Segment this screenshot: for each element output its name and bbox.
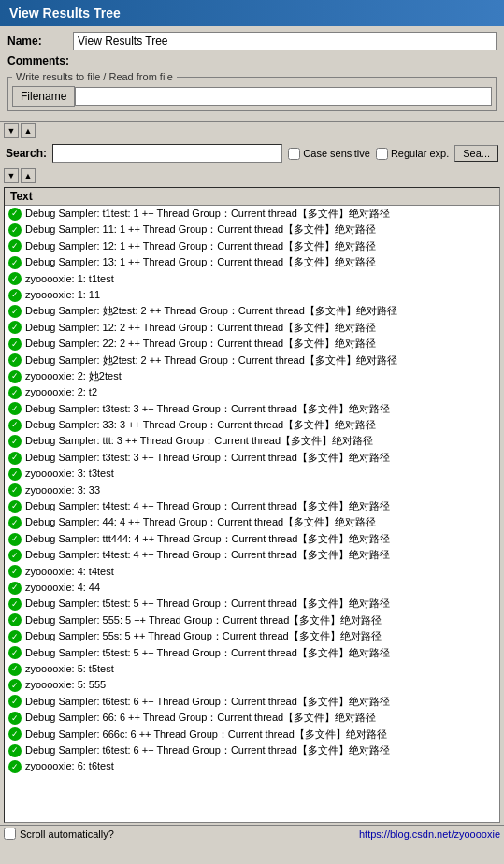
list-item[interactable]: ✓zyooooxie: 4: t4test bbox=[5, 564, 499, 580]
list-item[interactable]: ✓zyooooxie: 4: 44 bbox=[5, 580, 499, 596]
list-item[interactable]: ✓zyooooxie: 5: t5test bbox=[5, 661, 499, 677]
scroll-auto-label: Scroll automatically? bbox=[20, 828, 114, 840]
list-item[interactable]: ✓Debug Sampler: t5test: 5 ++ Thread Grou… bbox=[5, 645, 499, 661]
list-item[interactable]: ✓zyooooxie: 6: t6test bbox=[5, 758, 499, 774]
list-item[interactable]: ✓Debug Sampler: 22: 2 ++ Thread Group：Cu… bbox=[5, 336, 499, 352]
check-icon: ✓ bbox=[8, 338, 22, 351]
list-item[interactable]: ✓Debug Sampler: 33: 3 ++ Thread Group：Cu… bbox=[5, 417, 499, 433]
results-area[interactable]: Text ✓Debug Sampler: t1test: 1 ++ Thread… bbox=[4, 187, 500, 823]
check-icon: ✓ bbox=[8, 208, 22, 221]
case-sensitive-label: Case sensitive bbox=[303, 148, 370, 159]
check-icon: ✓ bbox=[8, 435, 22, 448]
search-button[interactable]: Sea... bbox=[454, 145, 498, 162]
result-text: Debug Sampler: t5test: 5 ++ Thread Group… bbox=[25, 597, 390, 611]
list-item[interactable]: ✓Debug Sampler: 她2test: 2 ++ Thread Grou… bbox=[5, 353, 499, 368]
list-item[interactable]: ✓Debug Sampler: t4test: 4 ++ Thread Grou… bbox=[5, 547, 499, 563]
check-icon: ✓ bbox=[8, 305, 22, 318]
check-icon: ✓ bbox=[8, 663, 22, 676]
toolbar-top: ▼ ▲ bbox=[0, 121, 504, 140]
check-icon: ✓ bbox=[8, 386, 22, 399]
check-icon: ✓ bbox=[8, 370, 22, 383]
list-item[interactable]: ✓zyooooxie: 3: t3test bbox=[5, 466, 499, 482]
result-text: Debug Sampler: 555: 5 ++ Thread Group：Cu… bbox=[25, 613, 382, 627]
regular-exp-checkbox[interactable] bbox=[376, 148, 388, 160]
list-item[interactable]: ✓Debug Sampler: 55s: 5 ++ Thread Group：C… bbox=[5, 628, 499, 644]
list-item[interactable]: ✓Debug Sampler: 66: 6 ++ Thread Group：Cu… bbox=[5, 710, 499, 726]
scroll-auto-group: Scroll automatically? bbox=[4, 828, 114, 840]
result-text: Debug Sampler: 22: 2 ++ Thread Group：Cur… bbox=[25, 337, 376, 351]
result-text: Debug Sampler: t6test: 6 ++ Thread Group… bbox=[25, 743, 390, 757]
result-text: Debug Sampler: 66: 6 ++ Thread Group：Cur… bbox=[25, 711, 376, 725]
list-item[interactable]: ✓Debug Sampler: t4test: 4 ++ Thread Grou… bbox=[5, 498, 499, 514]
check-icon: ✓ bbox=[8, 289, 22, 302]
result-text: Debug Sampler: 12: 1 ++ Thread Group：Cur… bbox=[25, 239, 376, 253]
list-item[interactable]: ✓Debug Sampler: 12: 2 ++ Thread Group：Cu… bbox=[5, 320, 499, 336]
scroll-auto-checkbox[interactable] bbox=[4, 828, 16, 840]
status-bar: Scroll automatically? https://blog.csdn.… bbox=[0, 825, 504, 842]
result-text: Debug Sampler: 33: 3 ++ Thread Group：Cur… bbox=[25, 418, 376, 432]
list-item[interactable]: ✓Debug Sampler: 44: 4 ++ Thread Group：Cu… bbox=[5, 514, 499, 530]
result-text: Debug Sampler: t3test: 3 ++ Thread Group… bbox=[25, 451, 390, 465]
check-icon: ✓ bbox=[8, 223, 22, 237]
check-icon: ✓ bbox=[8, 549, 22, 562]
result-text: Debug Sampler: ttt: 3 ++ Thread Group：Cu… bbox=[25, 434, 373, 448]
result-text: zyooooxie: 1: t1test bbox=[25, 272, 114, 286]
check-icon: ✓ bbox=[8, 272, 22, 285]
file-group-legend: Write results to file / Read from file bbox=[12, 71, 177, 82]
list-item[interactable]: ✓zyooooxie: 5: 555 bbox=[5, 677, 499, 693]
collapse-btn[interactable]: ▲ bbox=[21, 123, 36, 138]
list-item[interactable]: ✓Debug Sampler: t5test: 5 ++ Thread Grou… bbox=[5, 596, 499, 612]
result-text: zyooooxie: 5: 555 bbox=[25, 678, 106, 692]
name-input[interactable] bbox=[73, 32, 497, 50]
check-icon: ✓ bbox=[8, 419, 22, 432]
expand-btn[interactable]: ▼ bbox=[4, 123, 19, 138]
collapse-btn2[interactable]: ▲ bbox=[21, 168, 36, 183]
list-item[interactable]: ✓Debug Sampler: 12: 1 ++ Thread Group：Cu… bbox=[5, 238, 499, 254]
window-title: View Results Tree bbox=[9, 6, 121, 21]
list-item[interactable]: ✓Debug Sampler: t1test: 1 ++ Thread Grou… bbox=[5, 206, 499, 222]
list-item[interactable]: ✓Debug Sampler: 她2test: 2 ++ Thread Grou… bbox=[5, 303, 499, 319]
list-item[interactable]: ✓zyooooxie: 3: 33 bbox=[5, 482, 499, 498]
list-item[interactable]: ✓zyooooxie: 1: t1test bbox=[5, 271, 499, 287]
search-input[interactable] bbox=[52, 144, 282, 163]
check-icon: ✓ bbox=[8, 516, 22, 529]
list-item[interactable]: ✓Debug Sampler: t3test: 3 ++ Thread Grou… bbox=[5, 450, 499, 466]
list-item[interactable]: ✓Debug Sampler: t3test: 3 ++ Thread Grou… bbox=[5, 401, 499, 417]
search-label: Search: bbox=[6, 147, 47, 160]
list-item[interactable]: ✓Debug Sampler: 13: 1 ++ Thread Group：Cu… bbox=[5, 254, 499, 270]
list-item[interactable]: ✓Debug Sampler: 666c: 6 ++ Thread Group：… bbox=[5, 727, 499, 742]
list-item[interactable]: ✓zyooooxie: 1: 11 bbox=[5, 287, 499, 303]
filename-input[interactable] bbox=[75, 87, 492, 106]
result-text: zyooooxie: 5: t5test bbox=[25, 662, 114, 676]
result-text: Debug Sampler: t6test: 6 ++ Thread Group… bbox=[25, 695, 390, 709]
check-icon: ✓ bbox=[8, 727, 22, 741]
result-text: zyooooxie: 4: t4test bbox=[25, 565, 114, 579]
result-text: Debug Sampler: t3test: 3 ++ Thread Group… bbox=[25, 402, 390, 416]
result-text: Debug Sampler: 她2test: 2 ++ Thread Group… bbox=[25, 353, 397, 367]
check-icon: ✓ bbox=[8, 712, 22, 725]
result-text: Debug Sampler: 她2test: 2 ++ Thread Group… bbox=[25, 304, 397, 318]
check-icon: ✓ bbox=[8, 468, 22, 481]
list-item[interactable]: ✓Debug Sampler: 11: 1 ++ Thread Group：Cu… bbox=[5, 222, 499, 238]
check-icon: ✓ bbox=[8, 256, 22, 269]
result-text: zyooooxie: 3: t3test bbox=[25, 467, 114, 481]
check-icon: ✓ bbox=[8, 679, 22, 692]
case-sensitive-checkbox[interactable] bbox=[288, 148, 300, 160]
check-icon: ✓ bbox=[8, 760, 22, 773]
watermark: https://blog.csdn.net/zyooooxie bbox=[359, 828, 500, 840]
result-text: Debug Sampler: ttt444: 4 ++ Thread Group… bbox=[25, 532, 390, 546]
list-item[interactable]: ✓Debug Sampler: ttt: 3 ++ Thread Group：C… bbox=[5, 433, 499, 449]
result-text: Debug Sampler: 13: 1 ++ Thread Group：Cur… bbox=[25, 255, 376, 269]
list-item[interactable]: ✓Debug Sampler: ttt444: 4 ++ Thread Grou… bbox=[5, 531, 499, 547]
list-item[interactable]: ✓Debug Sampler: t6test: 6 ++ Thread Grou… bbox=[5, 742, 499, 758]
list-item[interactable]: ✓Debug Sampler: t6test: 6 ++ Thread Grou… bbox=[5, 694, 499, 710]
list-item[interactable]: ✓zyooooxie: 2: t2 bbox=[5, 384, 499, 400]
check-icon: ✓ bbox=[8, 452, 22, 465]
check-icon: ✓ bbox=[8, 321, 22, 334]
expand-btn2[interactable]: ▼ bbox=[4, 168, 19, 183]
list-item[interactable]: ✓zyooooxie: 2: 她2test bbox=[5, 368, 499, 384]
result-text: zyooooxie: 2: 她2test bbox=[25, 369, 122, 383]
filename-label: Filename bbox=[12, 86, 75, 107]
check-icon: ✓ bbox=[8, 695, 22, 708]
list-item[interactable]: ✓Debug Sampler: 555: 5 ++ Thread Group：C… bbox=[5, 612, 499, 628]
